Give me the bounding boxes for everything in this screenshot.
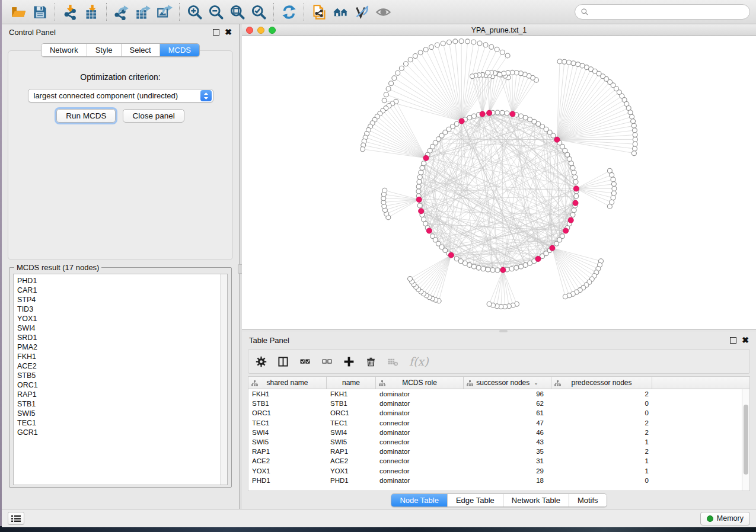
memory-button[interactable]: Memory (700, 512, 750, 525)
network-graph[interactable] (242, 36, 756, 329)
mcds-result-item[interactable]: CAR1 (17, 286, 227, 295)
mcds-result-item[interactable]: STB1 (17, 399, 227, 409)
column-header-name[interactable]: name (327, 377, 376, 389)
export-network-button[interactable] (111, 2, 132, 22)
cell-MCDS-role[interactable]: connector (376, 467, 464, 475)
cell-shared-name[interactable]: SWI5 (248, 438, 327, 446)
open-button[interactable] (8, 2, 29, 22)
cell-predecessor-nodes[interactable]: 0 (551, 477, 652, 484)
zoom-fit-button[interactable] (227, 2, 248, 22)
cell-successor-nodes[interactable]: 43 (464, 438, 551, 446)
column-header-MCDS-role[interactable]: MCDS role (376, 377, 464, 389)
column-header-successor-nodes[interactable]: successor nodes⌄ (464, 377, 551, 389)
cell-MCDS-role[interactable]: dominator (376, 429, 464, 436)
cell-successor-nodes[interactable]: 96 (464, 390, 551, 398)
mcds-result-item[interactable]: RAP1 (17, 390, 227, 399)
cell-MCDS-role[interactable]: dominator (376, 477, 464, 484)
save-button[interactable] (29, 2, 50, 22)
cell-MCDS-role[interactable]: connector (376, 438, 464, 446)
export-table-button[interactable] (132, 2, 154, 22)
cell-MCDS-role[interactable]: dominator (376, 390, 464, 398)
tab-network-table[interactable]: Network Table (503, 494, 569, 507)
table-row[interactable]: SWI5SWI5connector431 (248, 437, 749, 447)
clone-network-button[interactable] (308, 2, 330, 22)
task-history-button[interactable] (8, 512, 24, 525)
import-table-button[interactable] (81, 2, 102, 22)
close-panel-icon[interactable]: ✖ (225, 29, 232, 36)
cell-name[interactable]: ORC1 (327, 409, 376, 416)
search-input[interactable] (589, 8, 744, 16)
tab-mcds[interactable]: MCDS (160, 44, 199, 56)
network-canvas[interactable] (242, 36, 756, 329)
cell-predecessor-nodes[interactable]: 2 (551, 448, 652, 455)
cell-successor-nodes[interactable]: 31 (464, 457, 551, 464)
mcds-result-item[interactable]: PMA2 (17, 342, 227, 352)
horizontal-splitter-handle[interactable] (499, 330, 508, 332)
zoom-out-button[interactable] (205, 2, 227, 22)
mcds-result-item[interactable]: ACE2 (17, 361, 227, 371)
float-panel-icon[interactable] (213, 29, 219, 36)
add-row-button[interactable] (343, 356, 355, 367)
cell-MCDS-role[interactable]: connector (376, 419, 464, 427)
cell-name[interactable]: YOX1 (327, 467, 376, 475)
cell-predecessor-nodes[interactable]: 2 (551, 419, 652, 427)
deselect-all-button[interactable] (321, 356, 333, 367)
delete-row-button[interactable] (365, 356, 377, 367)
show-details-button[interactable] (372, 2, 394, 22)
table-row[interactable]: TEC1TEC1connector472 (248, 418, 749, 428)
column-header-predecessor-nodes[interactable]: predecessor nodes (551, 377, 652, 389)
cell-successor-nodes[interactable]: 35 (464, 448, 551, 455)
cell-predecessor-nodes[interactable]: 1 (551, 467, 652, 475)
cell-name[interactable]: PHD1 (327, 477, 376, 484)
mcds-result-item[interactable]: PHD1 (17, 276, 227, 286)
cell-MCDS-role[interactable]: connector (376, 457, 464, 464)
cell-name[interactable]: TEC1 (327, 419, 376, 427)
cell-shared-name[interactable]: ORC1 (248, 409, 327, 416)
cell-name[interactable]: FKH1 (327, 390, 376, 398)
settings-button[interactable] (256, 356, 267, 367)
cell-shared-name[interactable]: YOX1 (248, 467, 327, 475)
select-all-button[interactable] (299, 356, 311, 367)
cell-predecessor-nodes[interactable]: 0 (551, 409, 652, 416)
cell-shared-name[interactable]: STB1 (248, 400, 327, 407)
tab-select[interactable]: Select (122, 44, 160, 56)
cell-shared-name[interactable]: RAP1 (248, 448, 327, 455)
tab-network[interactable]: Network (42, 44, 87, 56)
horizontal-splitter[interactable] (242, 330, 756, 332)
mcds-result-item[interactable]: FKH1 (17, 352, 227, 361)
cell-name[interactable]: RAP1 (327, 448, 376, 455)
table-row[interactable]: FKH1FKH1dominator962 (248, 389, 749, 399)
tab-motifs[interactable]: Motifs (569, 494, 607, 507)
run-mcds-button[interactable]: Run MCDS (56, 109, 116, 123)
first-neighbors-button[interactable] (330, 2, 351, 22)
hide-details-button[interactable] (351, 2, 372, 22)
table-row[interactable]: RAP1RAP1dominator352 (248, 447, 749, 456)
cell-shared-name[interactable]: PHD1 (248, 477, 327, 484)
table-scrollbar-thumb[interactable] (744, 405, 748, 475)
criterion-select[interactable]: largest connected component (undirected) (28, 89, 213, 102)
table-scrollbar[interactable] (742, 389, 749, 491)
tab-edge-table[interactable]: Edge Table (448, 494, 503, 507)
mcds-result-item[interactable]: YOX1 (17, 314, 227, 323)
mcds-result-list[interactable]: PHD1CAR1STP4TID3YOX1SWI4SRD1PMA2FKH1ACE2… (13, 274, 228, 485)
cell-successor-nodes[interactable]: 47 (464, 419, 551, 427)
cell-shared-name[interactable]: SWI4 (248, 429, 327, 436)
table-row[interactable]: ORC1ORC1dominator610 (248, 408, 749, 418)
mcds-result-item[interactable]: SWI4 (17, 323, 227, 333)
zoom-selected-button[interactable] (248, 2, 269, 22)
network-window-titlebar[interactable]: YPA_prune.txt_1 (242, 24, 756, 36)
cell-MCDS-role[interactable]: dominator (376, 448, 464, 455)
mcds-result-item[interactable]: SRD1 (17, 333, 227, 342)
cell-shared-name[interactable]: ACE2 (248, 457, 327, 464)
mcds-result-item[interactable]: STP4 (17, 295, 227, 305)
cell-predecessor-nodes[interactable]: 2 (551, 390, 652, 398)
column-header-shared-name[interactable]: shared name (248, 377, 327, 389)
cell-name[interactable]: ACE2 (327, 457, 376, 464)
cell-name[interactable]: STB1 (327, 400, 376, 407)
zoom-in-button[interactable] (184, 2, 205, 22)
cell-successor-nodes[interactable]: 62 (464, 400, 551, 407)
cell-MCDS-role[interactable]: dominator (376, 400, 464, 407)
search-box[interactable] (575, 4, 750, 20)
cell-shared-name[interactable]: TEC1 (248, 419, 327, 427)
table-row[interactable]: SWI4SWI4dominator462 (248, 428, 749, 437)
